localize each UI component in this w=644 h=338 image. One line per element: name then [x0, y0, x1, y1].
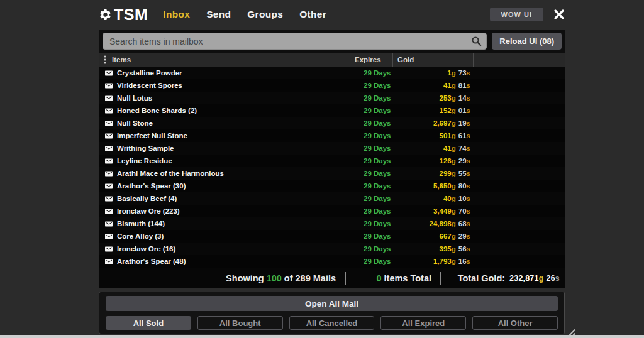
wow-ui-button[interactable]: WOW UI: [490, 8, 543, 21]
gold-value: 41g81s: [392, 82, 473, 89]
table-row[interactable]: Arathor's Spear (48)29 Days1,793g16s: [99, 255, 565, 268]
expires-value: 29 Days: [350, 232, 392, 240]
mail-icon: [105, 208, 113, 215]
table-row[interactable]: Null Stone29 Days2,697g19s: [99, 117, 565, 129]
topbar-tabs: InboxSendGroupsOther: [163, 9, 489, 20]
total-gold-value: 232,871g26s: [509, 274, 560, 283]
reload-ui-button[interactable]: Reload UI (08): [492, 33, 562, 50]
gold-value: 126g29s: [392, 157, 473, 165]
mail-icon: [105, 82, 113, 89]
gold-value: 40g10s: [392, 195, 473, 202]
mail-icon: [105, 195, 113, 202]
gold-value: 3,449g70s: [392, 207, 473, 215]
mail-icon: [105, 107, 113, 114]
tab-send[interactable]: Send: [206, 9, 231, 20]
item-name: Basically Beef (4): [117, 195, 177, 202]
table-row[interactable]: Imperfect Null Stone29 Days501g61s: [99, 129, 565, 142]
expires-value: 29 Days: [350, 157, 392, 165]
column-options-icon[interactable]: [104, 55, 106, 64]
gold-value: 253g14s: [392, 94, 473, 102]
item-name: Arathor's Spear (30): [117, 182, 186, 190]
mail-icon: [105, 70, 113, 77]
table-row[interactable]: Crystalline Powder29 Days1g73s: [99, 67, 565, 79]
column-header-expires[interactable]: Expires: [350, 53, 392, 67]
table-row[interactable]: Honed Bone Shards (2)29 Days152g01s: [99, 104, 565, 117]
filter-buttons-row: All SoldAll BoughtAll CancelledAll Expir…: [106, 316, 558, 330]
mail-icon: [105, 170, 113, 177]
gold-value: 299g55s: [392, 170, 473, 177]
table-row[interactable]: Bismuth (144)29 Days24,898g68s: [99, 217, 565, 230]
gold-value: 501g61s: [392, 132, 473, 139]
expires-value: 29 Days: [350, 132, 392, 139]
search-icon: [471, 36, 482, 46]
mail-icon: [105, 233, 113, 240]
search-row: Reload UI (08): [99, 30, 565, 50]
item-name: Crystalline Powder: [117, 69, 182, 77]
item-name: Null Stone: [117, 119, 153, 127]
item-name: Null Lotus: [117, 94, 152, 102]
mail-icon: [105, 120, 113, 127]
column-header-items[interactable]: Items: [112, 56, 131, 63]
showing-count: 100: [267, 273, 282, 283]
tsm-window: TSM InboxSendGroupsOther WOW UI Reload U…: [0, 0, 644, 335]
tab-other[interactable]: Other: [299, 9, 326, 20]
column-header-empty: [473, 53, 565, 67]
gold-value: 395g56s: [392, 245, 473, 253]
mail-icon: [105, 158, 113, 165]
mail-icon: [105, 133, 113, 139]
search-input[interactable]: [103, 33, 487, 50]
tab-inbox[interactable]: Inbox: [163, 9, 190, 20]
items-count: 0: [376, 273, 381, 283]
mail-icon: [105, 145, 113, 152]
table-footer: Showing 100 of 289 Mails 0 Items Total T…: [99, 268, 565, 288]
items-total-status: 0 Items Total: [346, 273, 440, 283]
table-row[interactable]: Core Alloy (3)29 Days667g29s: [99, 230, 565, 243]
item-name: Ironclaw Ore (16): [117, 245, 175, 253]
filter-button-all-cancelled[interactable]: All Cancelled: [289, 316, 375, 330]
table-row[interactable]: Arathi Mace of the Harmonious29 Days299g…: [99, 167, 565, 180]
table-row[interactable]: Ironclaw Ore (16)29 Days395g56s: [99, 243, 565, 255]
gold-value: 5,650g80s: [392, 182, 473, 190]
expires-value: 29 Days: [350, 220, 392, 227]
expires-value: 29 Days: [350, 94, 392, 102]
table-row[interactable]: Writhing Sample29 Days41g74s: [99, 142, 565, 155]
expires-value: 29 Days: [350, 170, 392, 177]
gold-value: 152g01s: [392, 107, 473, 114]
table-row[interactable]: Ironclaw Ore (223)29 Days3,449g70s: [99, 205, 565, 217]
item-name: Imperfect Null Stone: [117, 132, 187, 139]
mail-table-body: Crystalline Powder29 Days1g73sViridescen…: [99, 67, 565, 268]
expires-value: 29 Days: [350, 107, 392, 114]
filter-button-all-expired[interactable]: All Expired: [380, 316, 466, 330]
table-row[interactable]: Null Lotus29 Days253g14s: [99, 92, 565, 104]
gold-value: 2,697g19s: [392, 119, 473, 127]
table-row[interactable]: Leyline Residue29 Days126g29s: [99, 155, 565, 167]
table-header: Items Expires Gold: [99, 53, 565, 67]
filter-button-all-other[interactable]: All Other: [472, 316, 558, 330]
tsm-logo: TSM: [99, 6, 148, 24]
open-all-mail-button[interactable]: Open All Mail: [106, 296, 558, 311]
expires-value: 29 Days: [350, 182, 392, 190]
expires-value: 29 Days: [350, 82, 392, 89]
item-name: Ironclaw Ore (223): [117, 207, 180, 215]
tab-groups[interactable]: Groups: [247, 9, 283, 20]
gold-value: 667g29s: [392, 232, 473, 240]
table-row[interactable]: Arathor's Spear (30)29 Days5,650g80s: [99, 180, 565, 192]
app-title: TSM: [114, 6, 148, 24]
expires-value: 29 Days: [350, 119, 392, 127]
item-name: Leyline Residue: [117, 157, 172, 165]
table-row[interactable]: Basically Beef (4)29 Days40g10s: [99, 192, 565, 205]
gear-icon: [99, 8, 112, 21]
item-name: Honed Bone Shards (2): [117, 107, 197, 114]
filter-button-all-sold[interactable]: All Sold: [106, 316, 191, 330]
expires-value: 29 Days: [350, 207, 392, 215]
mailbox-panel: Reload UI (08) Items Expires Gold Crysta…: [99, 30, 565, 288]
expires-value: 29 Days: [350, 258, 392, 265]
table-row[interactable]: Viridescent Spores29 Days41g81s: [99, 79, 565, 92]
expires-value: 29 Days: [350, 245, 392, 253]
filter-button-all-bought[interactable]: All Bought: [197, 316, 283, 330]
close-icon[interactable]: [553, 9, 565, 20]
column-header-gold[interactable]: Gold: [392, 53, 473, 67]
gold-value: 24,898g68s: [392, 220, 473, 227]
mail-icon: [105, 246, 113, 253]
topbar: TSM InboxSendGroupsOther WOW UI: [99, 0, 565, 29]
